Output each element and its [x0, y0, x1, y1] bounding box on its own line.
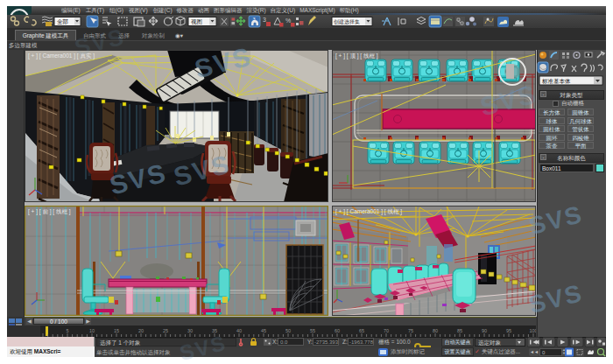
svg-text:40: 40 — [236, 328, 242, 333]
svg-text:%: % — [285, 18, 291, 24]
svg-text:55: 55 — [310, 328, 315, 333]
svg-text:3: 3 — [253, 17, 256, 22]
svg-text:创建选择集: 创建选择集 — [334, 19, 360, 25]
svg-text:60: 60 — [335, 328, 340, 333]
svg-text:3: 3 — [263, 17, 266, 23]
svg-text:标准基本体: 标准基本体 — [541, 78, 571, 85]
svg-text:45: 45 — [261, 328, 266, 333]
svg-text:25: 25 — [163, 328, 168, 333]
svg-text:视图: 视图 — [191, 18, 202, 25]
svg-text:75: 75 — [408, 328, 413, 333]
svg-text:35: 35 — [212, 328, 217, 333]
svg-text:[ + ] [ Camera001 ] [ 线框 ]: [ + ] [ Camera001 ] [ 线框 ] — [335, 208, 402, 215]
svg-text:85: 85 — [457, 328, 462, 333]
svg-text:[ + ] [ 前 ] [ 线框 ]: [ + ] [ 前 ] [ 线框 ] — [28, 208, 71, 215]
svg-text:15: 15 — [114, 328, 119, 333]
svg-text:[ + ] [ 顶 ] [ 线框 ]: [ + ] [ 顶 ] [ 线框 ] — [335, 52, 378, 60]
svg-text:30: 30 — [187, 328, 193, 333]
svg-text:50: 50 — [285, 328, 291, 333]
svg-text:20: 20 — [138, 328, 144, 333]
svg-text:100: 100 — [529, 328, 536, 333]
svg-text:全部: 全部 — [57, 18, 68, 25]
svg-text:70: 70 — [384, 328, 389, 333]
svg-text:[ + ] [ Camera001 ] [ 真实 ]: [ + ] [ Camera001 ] [ 真实 ] — [28, 52, 95, 60]
svg-text:65: 65 — [359, 328, 364, 333]
svg-text:95: 95 — [506, 328, 511, 333]
svg-text:90: 90 — [482, 328, 487, 333]
svg-text:80: 80 — [433, 328, 438, 333]
svg-text:5: 5 — [66, 328, 68, 333]
svg-text:10: 10 — [89, 328, 95, 333]
